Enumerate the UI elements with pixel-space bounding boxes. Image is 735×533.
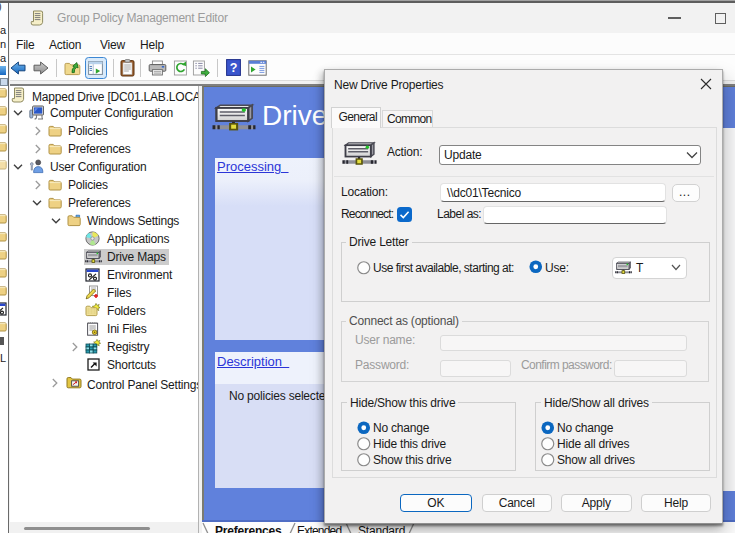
svg-text:?: ? [230, 61, 238, 75]
